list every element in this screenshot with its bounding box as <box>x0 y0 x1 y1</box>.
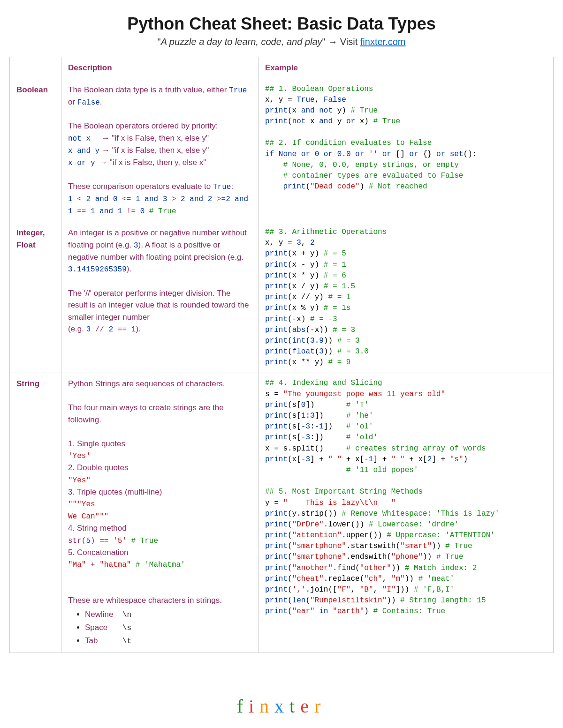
list-item: Tab\t <box>85 635 251 647</box>
row-desc-intfloat: An integer is a positive or negative num… <box>61 222 259 373</box>
list-item: Space\s <box>85 622 251 634</box>
code-block: ## 3. Arithmetic Operations x, y = 3, 2 … <box>265 227 547 368</box>
header-blank <box>10 57 61 79</box>
whitespace-list: Newline\n Space\s Tab\t <box>85 608 251 647</box>
footer-logo: finxter <box>9 695 554 717</box>
table-row: Boolean The Boolean data type is a truth… <box>10 79 554 222</box>
row-example-boolean: ## 1. Boolean Operations x, y = True, Fa… <box>259 79 554 222</box>
subtitle: "A puzzle a day to learn, code, and play… <box>9 37 554 47</box>
row-name-string: String <box>10 373 61 653</box>
table-row: Integer, Float An integer is a positive … <box>10 222 554 373</box>
row-name-boolean: Boolean <box>10 79 61 222</box>
subtitle-visit: → Visit <box>326 37 360 47</box>
code-block: ## 1. Boolean Operations x, y = True, Fa… <box>265 84 547 193</box>
row-example-intfloat: ## 3. Arithmetic Operations x, y = 3, 2 … <box>259 222 554 373</box>
row-name-intfloat: Integer, Float <box>10 222 61 373</box>
header-description: Description <box>61 57 259 79</box>
row-example-string: ## 4. Indexing and Slicing s = "The youn… <box>259 373 554 653</box>
finxter-link[interactable]: finxter.com <box>360 37 406 47</box>
cheatsheet-table: Description Example Boolean The Boolean … <box>9 57 554 653</box>
row-desc-string: Python Strings are sequences of characte… <box>61 373 259 653</box>
page-title: Python Cheat Sheet: Basic Data Types <box>9 14 554 34</box>
row-desc-boolean: The Boolean data type is a truth value, … <box>61 79 259 222</box>
code-block: ## 4. Indexing and Slicing s = "The youn… <box>265 378 547 617</box>
list-item: Newline\n <box>85 608 251 621</box>
table-row: String Python Strings are sequences of c… <box>10 373 554 653</box>
subtitle-quote: A puzzle a day to learn, code, and play <box>161 37 322 47</box>
header-example: Example <box>259 57 554 79</box>
